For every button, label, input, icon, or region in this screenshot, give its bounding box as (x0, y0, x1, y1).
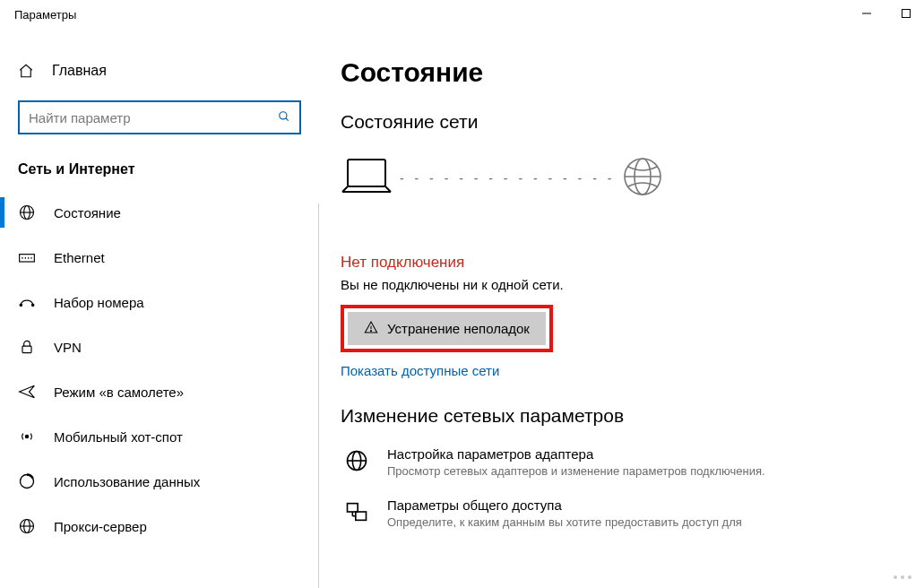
svg-line-3 (286, 117, 289, 120)
connection-line: - - - - - - - - - - - - - - - (400, 171, 615, 186)
search-icon (278, 110, 290, 125)
svg-rect-14 (22, 346, 31, 353)
status-error-desc: Вы не подключены ни к одной сети. (341, 277, 924, 292)
sidebar-item-airplane[interactable]: Режим «в самолете» (0, 369, 319, 414)
option-title: Настройка параметров адаптера (387, 446, 765, 462)
warning-icon (364, 320, 378, 337)
option-desc: Просмотр сетевых адаптеров и изменение п… (387, 463, 765, 480)
search-input[interactable] (29, 110, 278, 125)
vpn-icon (18, 338, 36, 356)
svg-point-15 (25, 435, 28, 437)
page-title: Состояние (341, 57, 924, 88)
sidebar-item-dialup[interactable]: Набор номера (0, 280, 319, 324)
section-change-settings: Изменение сетевых параметров (341, 405, 924, 427)
option-desc: Определите, к каким данным вы хотите пре… (387, 514, 742, 531)
minimize-button[interactable] (858, 7, 876, 22)
svg-point-2 (280, 111, 287, 118)
sidebar-item-label: Режим «в самолете» (54, 385, 184, 400)
option-title: Параметры общего доступа (387, 497, 742, 513)
svg-point-12 (20, 304, 22, 307)
status-error-title: Нет подключения (341, 254, 924, 272)
hotspot-icon (18, 428, 36, 445)
data-usage-icon (18, 472, 36, 490)
status-icon (18, 203, 36, 221)
highlight-annotation: Устранение неполадок (341, 305, 553, 352)
home-label: Главная (52, 63, 107, 79)
search-box[interactable] (18, 100, 301, 134)
window-title: Параметры (14, 8, 76, 22)
divider (318, 203, 319, 588)
titlebar: Параметры (0, 0, 924, 29)
option-adapter-settings[interactable]: Настройка параметров адаптера Просмотр с… (341, 446, 924, 480)
content: Состояние Состояние сети - - - - - - - -… (319, 29, 924, 588)
sidebar-item-label: Набор номера (54, 295, 144, 310)
sidebar-item-label: Прокси-сервер (54, 519, 147, 534)
sidebar: Главная Сеть и Интернет Состо (0, 29, 319, 588)
ethernet-icon (18, 248, 36, 266)
maximize-button[interactable] (897, 7, 915, 22)
dialup-icon (18, 293, 36, 311)
sidebar-item-data-usage[interactable]: Использование данных (0, 459, 319, 504)
svg-rect-1 (902, 10, 911, 18)
svg-rect-30 (356, 512, 367, 520)
nav-list: Состояние Ethernet Набор номера (0, 190, 319, 549)
svg-point-25 (370, 330, 371, 331)
sidebar-item-label: Состояние (54, 205, 121, 220)
section-network-status: Состояние сети (341, 111, 924, 133)
sidebar-item-hotspot[interactable]: Мобильный хот-спот (0, 414, 319, 459)
troubleshoot-label: Устранение неполадок (387, 321, 530, 336)
sidebar-item-ethernet[interactable]: Ethernet (0, 235, 319, 280)
network-diagram: - - - - - - - - - - - - - - - (341, 156, 924, 200)
sidebar-item-label: Мобильный хот-спот (54, 429, 183, 445)
sidebar-item-label: Использование данных (54, 474, 200, 489)
option-sharing-settings[interactable]: Параметры общего доступа Определите, к к… (341, 497, 924, 531)
svg-rect-7 (20, 255, 35, 262)
sidebar-section-title: Сеть и Интернет (0, 156, 319, 190)
proxy-icon (18, 517, 36, 535)
resize-grip[interactable] (894, 575, 911, 579)
airplane-icon (18, 383, 36, 401)
svg-rect-20 (348, 160, 385, 186)
home-link[interactable]: Главная (0, 56, 319, 86)
sidebar-item-proxy[interactable]: Прокси-сервер (0, 504, 319, 549)
sidebar-item-vpn[interactable]: VPN (0, 324, 319, 369)
sidebar-item-label: Ethernet (54, 250, 105, 265)
svg-point-13 (31, 304, 33, 307)
sidebar-item-label: VPN (54, 340, 82, 355)
home-icon (18, 63, 34, 79)
sidebar-item-status[interactable]: Состояние (0, 190, 319, 235)
adapter-icon (341, 446, 373, 480)
svg-rect-29 (348, 503, 358, 511)
show-networks-link[interactable]: Показать доступные сети (341, 363, 499, 378)
sharing-icon (341, 497, 373, 531)
troubleshoot-button[interactable]: Устранение неполадок (348, 312, 546, 345)
laptop-icon (341, 156, 393, 200)
window-controls (858, 7, 915, 22)
globe-icon (622, 156, 663, 200)
